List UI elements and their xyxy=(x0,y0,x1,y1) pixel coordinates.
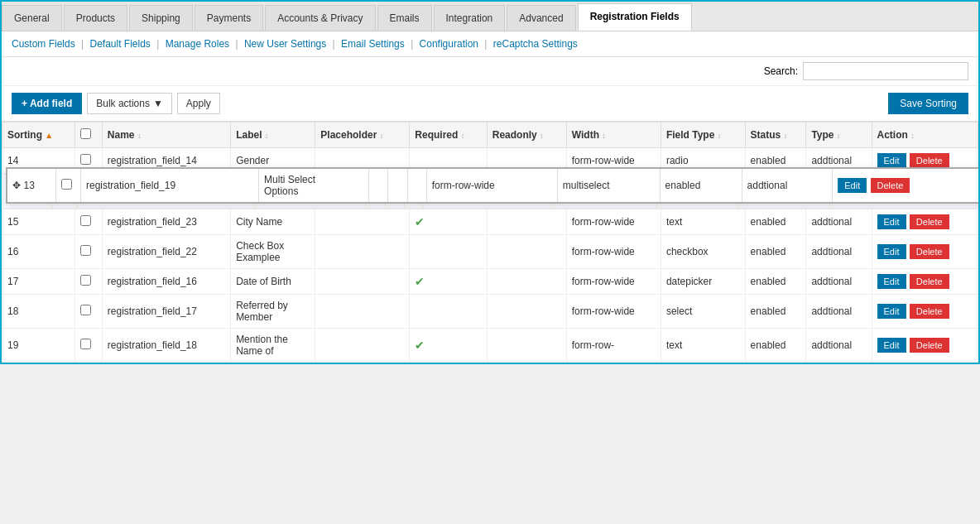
edit-button-drag[interactable]: Edit xyxy=(838,178,867,193)
subnav-manage-roles[interactable]: Manage Roles xyxy=(166,38,229,50)
cell-label: Referred byMember xyxy=(231,295,315,329)
cell-placeholder xyxy=(315,329,410,363)
cell-checkbox xyxy=(74,209,102,235)
cell-name: registration_field_23 xyxy=(102,209,230,235)
add-field-button[interactable]: + Add field xyxy=(12,93,82,114)
cell-sorting: 15 xyxy=(2,209,75,235)
cell-placeholder xyxy=(315,235,410,269)
bulk-actions-button[interactable]: Bulk actions ▼ xyxy=(87,93,172,114)
cell-sorting: 17 xyxy=(2,269,75,295)
row-checkbox[interactable] xyxy=(80,245,91,256)
sort-status-icon: ↕ xyxy=(784,132,788,140)
edit-button[interactable]: Edit xyxy=(877,153,906,168)
select-all-checkbox[interactable] xyxy=(80,128,91,139)
subnav-custom-fields[interactable]: Custom Fields xyxy=(12,38,75,50)
cell-readonly xyxy=(487,295,566,329)
col-sorting: Sorting ▲ xyxy=(2,123,75,148)
cell-type: addtional xyxy=(806,295,872,329)
checkmark-icon: ✔ xyxy=(415,275,425,288)
search-label: Search: xyxy=(764,65,798,77)
cell-name: registration_field_17 xyxy=(102,295,230,329)
tab-advanced[interactable]: Advanced xyxy=(507,5,575,31)
row-checkbox-drag[interactable] xyxy=(61,179,72,190)
subnav-new-user-settings[interactable]: New User Settings xyxy=(244,38,326,50)
tab-general[interactable]: General xyxy=(2,5,62,31)
cell-type: addtional xyxy=(806,209,872,235)
cell-width: form-row- xyxy=(566,329,661,363)
cell-field-type: text xyxy=(661,329,745,363)
cell-action: Edit Delete xyxy=(872,269,978,295)
cell-action: Edit Delete xyxy=(872,295,978,329)
delete-button[interactable]: Delete xyxy=(910,338,949,353)
cell-action: Edit Delete xyxy=(872,329,978,363)
save-sorting-button[interactable]: Save Sorting xyxy=(888,93,968,114)
sort-placeholder-icon: ↕ xyxy=(380,132,384,140)
row-checkbox[interactable] xyxy=(80,305,91,315)
row-checkbox[interactable] xyxy=(80,215,91,226)
delete-button[interactable]: Delete xyxy=(910,153,949,168)
delete-button[interactable]: Delete xyxy=(910,304,949,319)
cell-required xyxy=(410,235,487,269)
edit-button[interactable]: Edit xyxy=(877,304,906,319)
row-checkbox[interactable] xyxy=(80,275,91,286)
col-action: Action ↕ xyxy=(872,123,978,148)
tab-accounts-privacy[interactable]: Accounts & Privacy xyxy=(265,5,375,31)
edit-button[interactable]: Edit xyxy=(877,244,906,259)
cell-label: Check BoxExamplee xyxy=(231,235,315,269)
subnav-default-fields[interactable]: Default Fields xyxy=(90,38,151,50)
apply-button[interactable]: Apply xyxy=(177,93,220,114)
subnav-recaptcha-settings[interactable]: reCaptcha Settings xyxy=(493,38,578,50)
tab-payments[interactable]: Payments xyxy=(195,5,263,31)
col-required: Required ↕ xyxy=(410,123,487,148)
table-row-dragging: 13 registration_field_19 Multi SelectOpt… xyxy=(2,174,978,209)
table-row: 18 registration_field_17 Referred byMemb… xyxy=(2,295,978,329)
subnav-configuration[interactable]: Configuration xyxy=(420,38,478,50)
subnav-email-settings[interactable]: Email Settings xyxy=(341,38,405,50)
cell-width: form-row-wide xyxy=(566,209,661,235)
col-field-type: Field Type ↕ xyxy=(661,123,745,148)
col-name: Name ↕ xyxy=(102,123,230,148)
tab-emails[interactable]: Emails xyxy=(377,5,432,31)
edit-button[interactable]: Edit xyxy=(877,214,906,229)
row-checkbox[interactable] xyxy=(80,339,91,349)
table-row: 17 registration_field_16 Date of Birth ✔… xyxy=(2,269,978,295)
edit-button[interactable]: Edit xyxy=(877,338,906,353)
sort-width-icon: ↕ xyxy=(602,132,606,140)
cell-width: form-row-wide xyxy=(566,235,661,269)
tab-registration-fields[interactable]: Registration Fields xyxy=(578,3,692,31)
delete-button[interactable]: Delete xyxy=(910,274,949,289)
bulk-actions-label: Bulk actions xyxy=(96,98,150,109)
cell-action: Edit Delete xyxy=(872,209,978,235)
cell-status: enabled xyxy=(745,329,806,363)
col-placeholder: Placeholder ↕ xyxy=(315,123,410,148)
cell-status: enabled xyxy=(745,295,806,329)
dropdown-arrow-icon: ▼ xyxy=(153,98,163,109)
delete-button[interactable]: Delete xyxy=(910,244,949,259)
search-input[interactable] xyxy=(803,62,968,80)
cell-type: addtional xyxy=(806,235,872,269)
cell-checkbox xyxy=(74,295,102,329)
sep2: | xyxy=(156,38,159,50)
cell-type: addtional xyxy=(806,329,872,363)
tab-integration[interactable]: Integration xyxy=(434,5,506,31)
col-type: Type ↕ xyxy=(806,123,872,148)
table-row-being-dragged: ✥13 registration_field_19 Multi SelectOp… xyxy=(7,168,979,203)
tab-bar: General Products Shipping Payments Accou… xyxy=(2,2,978,31)
delete-button-drag[interactable]: Delete xyxy=(871,178,910,193)
tab-products[interactable]: Products xyxy=(64,5,127,31)
sep4: | xyxy=(333,38,335,50)
cell-checkbox xyxy=(74,235,102,269)
edit-button[interactable]: Edit xyxy=(877,274,906,289)
row-checkbox[interactable] xyxy=(80,154,91,165)
sort-name-icon: ↕ xyxy=(137,132,142,140)
tab-shipping[interactable]: Shipping xyxy=(129,5,193,31)
delete-button[interactable]: Delete xyxy=(910,214,949,229)
col-readonly: Readonly ↕ xyxy=(487,123,566,148)
checkmark-icon: ✔ xyxy=(415,339,425,352)
table-header-row: Sorting ▲ Name ↕ Label ↕ Placeholder ↕ R… xyxy=(2,123,978,148)
cell-placeholder xyxy=(315,209,410,235)
cell-status: enabled xyxy=(745,209,806,235)
drag-handle-icon: ✥ xyxy=(12,180,21,191)
cell-required: ✔ xyxy=(410,269,487,295)
fields-table: Sorting ▲ Name ↕ Label ↕ Placeholder ↕ R… xyxy=(2,122,978,363)
